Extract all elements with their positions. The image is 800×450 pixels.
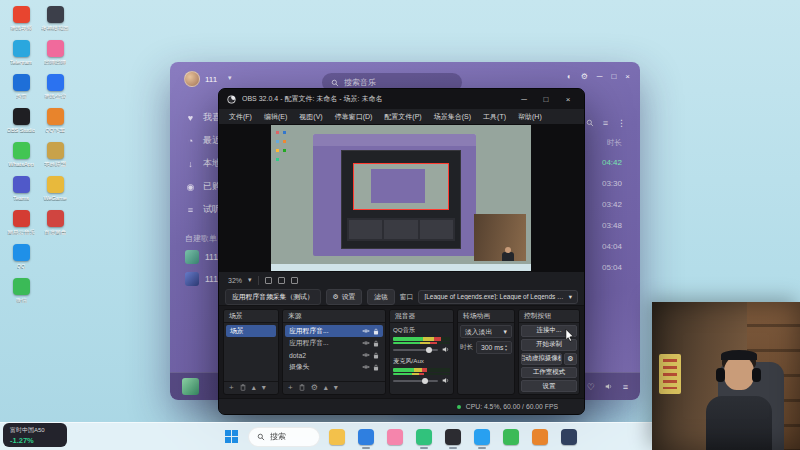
desktop-icon[interactable]: WeGame xyxy=(40,176,70,201)
lock-icon[interactable] xyxy=(373,352,379,359)
transition-select[interactable]: 淡入淡出 ▾ xyxy=(460,325,512,338)
stock-widget[interactable]: 富时中国A50 -1.27% xyxy=(3,423,67,447)
taskbar-game-launcher[interactable] xyxy=(528,425,552,449)
spinner-arrows[interactable]: ▴▾ xyxy=(505,344,507,352)
source-item[interactable]: 应用程序音... xyxy=(285,337,383,349)
desktop-icon[interactable]: 迅雷 xyxy=(6,74,36,99)
desktop-icon[interactable]: WhatsApp xyxy=(6,142,36,167)
start-stream-button[interactable]: 连接中... xyxy=(521,325,577,337)
slider-knob[interactable] xyxy=(426,347,432,353)
taskbar-wechat[interactable] xyxy=(499,425,523,449)
desktop-icon[interactable]: 腾讯会议 xyxy=(40,74,70,99)
menu-item[interactable]: 视图(V) xyxy=(293,112,328,122)
taskbar-qq-music[interactable] xyxy=(412,425,436,449)
settings-gear-icon[interactable]: ⚙ xyxy=(581,72,588,81)
desktop-icon[interactable]: 哔哩哔哩 xyxy=(40,40,70,65)
like-icon[interactable]: ♡ xyxy=(587,382,595,392)
desktop-icon[interactable]: 夜神模拟器 xyxy=(40,6,70,31)
menu-item[interactable]: 场景集合(S) xyxy=(428,112,477,122)
lock-icon[interactable] xyxy=(373,364,379,371)
desktop-icon[interactable]: 微信 xyxy=(6,278,36,303)
close-button[interactable]: × xyxy=(625,72,630,81)
speaker-icon[interactable] xyxy=(442,346,450,353)
visibility-icon[interactable] xyxy=(362,364,370,370)
desktop-icon[interactable]: OBS Studio xyxy=(6,108,36,133)
menu-item[interactable]: 工具(T) xyxy=(477,112,512,122)
scene-item[interactable]: 场景 xyxy=(226,325,276,337)
source-down-button[interactable]: ▾ xyxy=(334,384,338,392)
layout-tool-icon[interactable] xyxy=(278,277,285,284)
lock-icon[interactable] xyxy=(373,328,379,335)
skin-icon[interactable]: ◐ xyxy=(567,72,572,81)
taskbar-obs-studio[interactable] xyxy=(441,425,465,449)
start-record-button[interactable]: 开始录制 xyxy=(521,339,577,351)
minimize-button[interactable]: ─ xyxy=(597,72,603,81)
virtual-cam-button[interactable]: 启动虚拟摄像机 xyxy=(521,353,562,365)
obs-minimize-button[interactable]: ─ xyxy=(516,95,532,104)
snap-tool-icon[interactable] xyxy=(291,277,298,284)
user-avatar[interactable] xyxy=(184,71,200,87)
studio-mode-button[interactable]: 工作室模式 xyxy=(521,367,577,379)
zoom-level[interactable]: 32% xyxy=(228,277,242,284)
user-name[interactable]: 111 xyxy=(205,75,217,84)
zoom-dropdown-icon[interactable]: ▾ xyxy=(248,276,252,284)
speaker-icon[interactable] xyxy=(442,377,450,384)
play-queue-icon[interactable]: ≡ xyxy=(623,382,628,392)
taskbar-search[interactable]: 搜索 xyxy=(248,427,320,447)
obs-settings-button[interactable]: 设置 xyxy=(521,380,577,392)
visibility-icon[interactable] xyxy=(362,340,370,346)
slider-knob[interactable] xyxy=(422,378,428,384)
taskbar-file-explorer[interactable] xyxy=(325,425,349,449)
canvas-tool-icon[interactable] xyxy=(265,277,272,284)
desktop-icon[interactable]: 腾讯视频 xyxy=(6,6,36,31)
preview-canvas[interactable] xyxy=(271,125,531,271)
desktop-icon[interactable]: Telegram xyxy=(6,40,36,65)
volume-icon[interactable] xyxy=(605,383,613,390)
desktop-icon[interactable]: 英雄联盟 xyxy=(40,142,70,167)
source-properties-button[interactable]: ⚙ xyxy=(311,384,318,392)
scene-up-button[interactable]: ▴ xyxy=(252,384,256,392)
source-item[interactable]: 应用程序音... xyxy=(285,325,383,337)
obs-close-button[interactable]: × xyxy=(560,95,576,104)
sort-icon[interactable]: ≡ xyxy=(603,118,608,128)
obs-maximize-button[interactable]: □ xyxy=(538,95,554,104)
scene-down-button[interactable]: ▾ xyxy=(262,384,266,392)
source-item[interactable]: dota2 xyxy=(285,349,383,361)
playlist-section-label[interactable]: 自建歌单 xyxy=(185,233,217,244)
menu-item[interactable]: 配置文件(P) xyxy=(378,112,427,122)
remove-source-button[interactable] xyxy=(299,384,305,393)
add-source-button[interactable]: + xyxy=(288,384,293,392)
properties-button[interactable]: ⚙ 设置 xyxy=(326,289,363,305)
menu-item[interactable]: 帮助(H) xyxy=(512,112,548,122)
more-icon[interactable]: ⋮ xyxy=(617,118,626,128)
menu-item[interactable]: 编辑(E) xyxy=(258,112,293,122)
source-item[interactable]: 摄像头 xyxy=(285,361,383,373)
search-tracks-icon[interactable] xyxy=(586,119,594,127)
taskbar-qq[interactable] xyxy=(470,425,494,449)
taskbar-steam[interactable] xyxy=(557,425,581,449)
volume-slider[interactable] xyxy=(393,349,438,351)
filters-button[interactable]: 滤镜 xyxy=(367,289,395,305)
menu-item[interactable]: 文件(F) xyxy=(223,112,258,122)
taskbar-edge-browser[interactable] xyxy=(354,425,378,449)
desktop-icon[interactable]: Teams xyxy=(6,176,36,201)
visibility-icon[interactable] xyxy=(362,352,370,358)
lock-icon[interactable] xyxy=(373,340,379,347)
desktop-icon[interactable]: QQ xyxy=(6,244,36,269)
desktop-icon[interactable]: QQ飞车 xyxy=(40,108,70,133)
visibility-icon[interactable] xyxy=(362,328,370,334)
desktop-icon[interactable]: 百度网盘 xyxy=(40,210,70,235)
album-art[interactable] xyxy=(182,378,199,395)
remove-scene-button[interactable] xyxy=(240,384,246,393)
start-button[interactable] xyxy=(219,425,243,449)
window-select[interactable]: [League of Legends.exe]: League of Legen… xyxy=(418,290,578,304)
duration-spinner[interactable]: 300 ms ▴▾ xyxy=(476,341,512,354)
selected-source-tab[interactable]: 应用程序音频采集（测试） xyxy=(225,289,321,305)
source-up-button[interactable]: ▴ xyxy=(324,384,328,392)
maximize-button[interactable]: □ xyxy=(611,72,616,81)
virtual-cam-config-button[interactable]: ⚙ xyxy=(564,353,577,365)
desktop-icon[interactable]: 网易云音乐 xyxy=(6,210,36,235)
menu-item[interactable]: 停靠窗口(D) xyxy=(329,112,379,122)
volume-slider[interactable] xyxy=(393,380,438,382)
add-scene-button[interactable]: + xyxy=(229,384,234,392)
